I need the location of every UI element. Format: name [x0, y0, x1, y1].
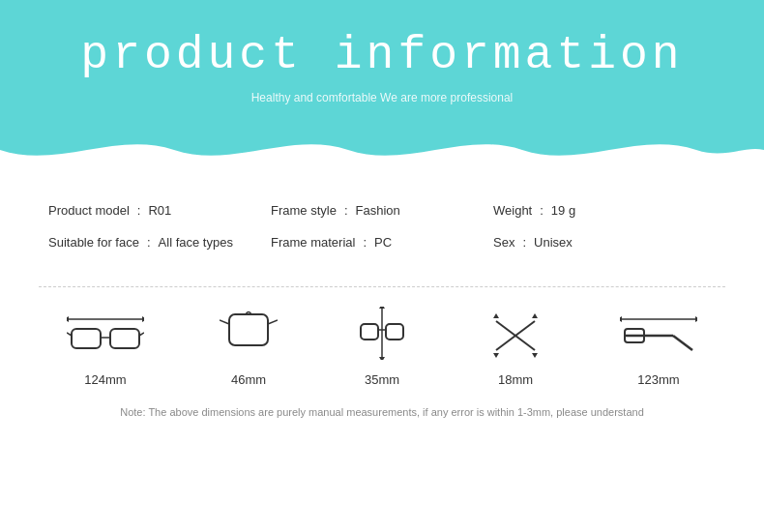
svg-marker-2: [142, 316, 144, 322]
frame-material-label: Frame material: [271, 235, 355, 250]
dim-bridge: 35mm: [353, 307, 411, 387]
svg-marker-12: [379, 307, 385, 309]
info-section: Product model : R01 Frame style : Fashio…: [0, 179, 764, 281]
dim-lens-width: 124mm: [67, 311, 144, 387]
weight-label: Weight: [493, 203, 532, 218]
dim-lens-width-label: 124mm: [84, 372, 126, 387]
header-section: product information Healthy and comforta…: [0, 0, 764, 179]
svg-rect-15: [386, 324, 403, 340]
dim-temple: 18mm: [486, 311, 544, 387]
info-row-1: Product model : R01 Frame style : Fashio…: [48, 203, 716, 218]
section-divider: [39, 286, 725, 287]
sex-value: Unisex: [534, 235, 573, 250]
note-section: Note: The above dimensions are purely ma…: [0, 406, 764, 418]
bridge-icon: [353, 307, 411, 360]
svg-marker-20: [532, 313, 538, 318]
info-row-2: Suitable for face : All face types Frame…: [48, 235, 716, 250]
face-type-value: All face types: [159, 235, 233, 250]
frame-style-cell: Frame style : Fashion: [271, 203, 493, 218]
dim-arm-length-label: 123mm: [637, 372, 679, 387]
page-title: product information: [0, 0, 764, 81]
dim-temple-label: 18mm: [498, 372, 533, 387]
dim-bridge-label: 35mm: [365, 372, 399, 387]
svg-line-10: [268, 320, 278, 324]
svg-rect-4: [110, 329, 139, 348]
frame-style-label: Frame style: [271, 203, 337, 218]
lens-width-svg: [67, 311, 144, 360]
bridge-svg: [353, 307, 411, 360]
svg-marker-19: [493, 313, 499, 318]
dim-lens-height: 46mm: [220, 307, 278, 387]
dimensions-section: 124mm 46mm: [0, 307, 764, 387]
lens-width-icon: [67, 311, 144, 360]
product-model-value: R01: [148, 203, 171, 218]
temple-svg: [486, 311, 544, 360]
svg-rect-14: [361, 324, 378, 340]
frame-material-value: PC: [374, 235, 392, 250]
weight-value: 19 g: [551, 203, 575, 218]
temple-icon: [486, 311, 544, 360]
svg-marker-21: [493, 353, 499, 358]
face-type-cell: Suitable for face : All face types: [48, 235, 271, 250]
product-model-cell: Product model : R01: [48, 203, 271, 218]
lens-height-svg: [220, 307, 278, 360]
arm-length-svg: [620, 311, 697, 360]
wave-decoration: [0, 131, 764, 179]
svg-marker-13: [379, 357, 385, 360]
weight-cell: Weight : 19 g: [493, 203, 716, 218]
sex-cell: Sex : Unisex: [493, 235, 716, 250]
svg-line-27: [673, 336, 692, 350]
svg-marker-1: [67, 316, 69, 322]
svg-marker-25: [695, 316, 697, 322]
dim-lens-height-label: 46mm: [231, 372, 266, 387]
sex-label: Sex: [493, 235, 514, 250]
arm-length-icon: [620, 311, 697, 360]
dim-arm-length: 123mm: [620, 311, 697, 387]
svg-line-9: [220, 320, 229, 324]
product-model-label: Product model: [48, 203, 130, 218]
svg-marker-22: [532, 353, 538, 358]
header-subtitle: Healthy and comfortable We are more prof…: [0, 91, 764, 104]
svg-rect-3: [72, 329, 101, 348]
frame-material-cell: Frame material : PC: [271, 235, 493, 250]
svg-marker-24: [620, 316, 622, 322]
lens-height-icon: [220, 307, 278, 360]
face-type-label: Suitable for face: [48, 235, 139, 250]
note-text: Note: The above dimensions are purely ma…: [120, 406, 644, 418]
svg-rect-8: [229, 314, 268, 345]
frame-style-value: Fashion: [356, 203, 400, 218]
